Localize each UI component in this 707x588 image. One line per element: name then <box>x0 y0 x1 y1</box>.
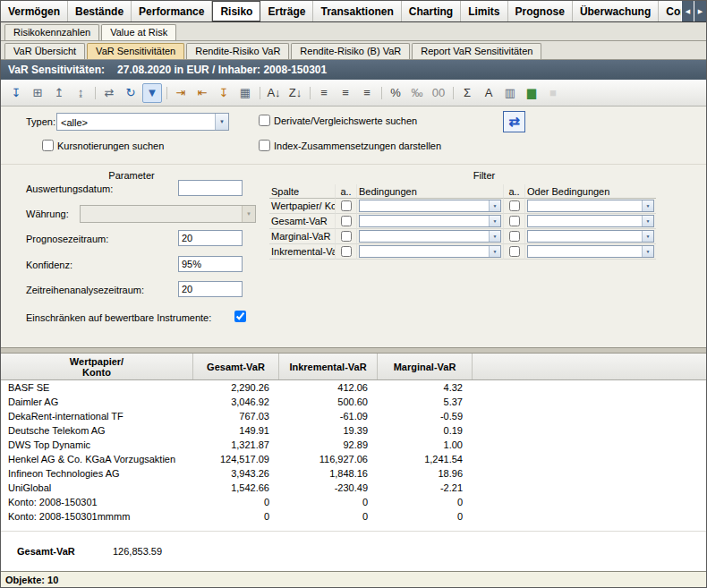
index-checkbox-input[interactable] <box>259 140 270 151</box>
column-header-marginal-var[interactable]: Marginal-VaR <box>378 354 473 379</box>
marginal-var-cell: 0 <box>378 509 473 524</box>
swap-columns-icon[interactable]: ⇄ <box>99 83 119 103</box>
fit-window-icon[interactable]: ⊞ <box>28 83 47 103</box>
tab-scroll-left-button[interactable]: ◀ <box>681 1 694 21</box>
align-left-icon[interactable]: ≡ <box>314 83 334 103</box>
oder-bedingungen-select[interactable]: ▼ <box>527 215 654 227</box>
oder-bedingungen-select[interactable]: ▼ <box>527 245 654 258</box>
expand-rows-icon[interactable]: ↨ <box>71 83 90 103</box>
var-tab[interactable]: VaR Sensitivitäten <box>87 43 184 59</box>
column-header-inkremental-var[interactable]: Inkremental-VaR <box>279 354 378 379</box>
gesamt-var-cell: 767.03 <box>193 409 279 423</box>
filter-and-checkbox[interactable] <box>341 200 352 211</box>
var-tab[interactable]: VaR Übersicht <box>4 43 85 59</box>
sync-button[interactable]: ⇄ <box>503 111 525 132</box>
table-row[interactable]: DWS Top Dynamic 1,321.87 92.89 1.00 <box>1 438 706 452</box>
bedingungen-select[interactable]: ▼ <box>359 245 501 258</box>
sort-descending-icon[interactable]: Z↓ <box>285 83 305 103</box>
main-tab[interactable]: Performance <box>132 1 212 21</box>
sub-tab[interactable]: Risikokennzahlen <box>4 24 99 40</box>
export-up-icon[interactable]: ↥ <box>49 83 69 103</box>
main-tab[interactable]: Compliance <box>659 1 681 21</box>
tab-scroll-right-button[interactable]: ▶ <box>694 1 706 21</box>
filter-or-checkbox[interactable] <box>509 246 520 257</box>
zeitreihenanalysezeitraum-input[interactable] <box>178 281 243 297</box>
main-tab[interactable]: Bestände <box>68 1 132 21</box>
font-icon[interactable]: A <box>479 83 498 103</box>
main-tab[interactable]: Charting <box>402 1 461 21</box>
main-tab[interactable]: Limits <box>461 1 507 21</box>
jump-last-icon[interactable]: ⇥ <box>171 83 191 103</box>
column-header-gesamt-var[interactable]: Gesamt-VaR <box>193 354 279 379</box>
aggregate-down-icon[interactable]: ↧ <box>214 83 234 103</box>
table-row[interactable]: UniGlobal 1,542.66 -230.49 -2.21 <box>1 481 706 495</box>
filter-or-checkbox[interactable] <box>509 216 520 226</box>
table-row[interactable]: Henkel AG & Co. KGaA Vorzugsaktien 124,5… <box>1 452 706 466</box>
table-row[interactable]: Deutsche Telekom AG 149.91 19.39 0.19 <box>1 423 706 438</box>
jump-first-icon[interactable]: ⇤ <box>192 83 212 103</box>
gesamt-var-cell: 3,046.92 <box>193 395 279 409</box>
inkremental-var-cell: 1,848.16 <box>279 466 378 481</box>
filter-or-checkbox[interactable] <box>509 231 520 242</box>
align-center-icon[interactable]: ≡ <box>336 83 355 103</box>
sync-icon: ⇄ <box>508 114 520 130</box>
sub-tab[interactable]: Value at Risk <box>101 24 176 40</box>
refresh-icon[interactable]: ↻ <box>121 83 141 103</box>
toolbar: ↧ ⊞ ↥ ↨ ⇄ ↻ ▼ ⇥ ⇤ ↧ ▦ A↓ Z↓ ≡ ≡ ≡ <box>1 80 706 107</box>
einschraenken-checkbox[interactable] <box>234 311 246 322</box>
main-tab[interactable]: Transaktionen <box>313 1 401 21</box>
kursnotierungen-checkbox-input[interactable] <box>42 140 54 151</box>
oder-bedingungen-select[interactable]: ▼ <box>527 230 654 243</box>
var-tab[interactable]: Rendite-Risiko (B) VaR <box>291 43 410 59</box>
prognosezeitraum-input[interactable] <box>178 230 243 246</box>
sort-ascending-icon[interactable]: A↓ <box>264 83 284 103</box>
derivate-checkbox[interactable]: Derivate/Vergleichswerte suchen <box>259 115 417 126</box>
main-tab[interactable]: Risiko <box>212 1 260 21</box>
stop-icon[interactable]: ■ <box>543 83 563 103</box>
percent-icon[interactable]: % <box>386 83 405 103</box>
table-row[interactable]: Konto: 2008-150301mmmm 0 0 0 <box>1 509 706 524</box>
typen-select[interactable]: <alle> ▼ <box>56 113 229 131</box>
filter-and-checkbox[interactable] <box>341 246 352 257</box>
table-row[interactable]: Infineon Technologies AG 3,943.26 1,848.… <box>1 466 706 481</box>
decimal-places-icon[interactable]: 00 <box>429 83 448 103</box>
auswertungsdatum-input[interactable] <box>178 180 243 196</box>
filter-and-checkbox[interactable] <box>341 216 352 226</box>
waehrung-select[interactable]: ▼ <box>80 205 256 223</box>
filter-col-bedingungen: Bedingungen <box>357 184 504 199</box>
column-header-wertpapier-konto[interactable]: Wertpapier/ Konto <box>1 354 193 379</box>
kursnotierungen-checkbox[interactable]: Kursnotierungen suchen <box>42 140 164 151</box>
filter-or-checkbox[interactable] <box>509 200 520 211</box>
index-zusammensetzungen-checkbox[interactable]: Index-Zusammensetzungen darstellen <box>259 140 441 151</box>
filter-icon[interactable]: ▼ <box>142 83 162 103</box>
grid-icon[interactable]: ▦ <box>235 83 255 103</box>
table-row[interactable]: DekaRent-international TF 767.03 -61.09 … <box>1 409 706 423</box>
main-tab[interactable]: Überwachung <box>573 1 659 21</box>
main-tab[interactable]: Erträge <box>260 1 313 21</box>
table-row[interactable]: BASF SE 2,290.26 412.06 4.32 <box>1 380 706 395</box>
main-tab[interactable]: Vermögen <box>1 1 68 21</box>
column-width-icon[interactable]: ▥ <box>500 83 520 103</box>
derivate-checkbox-input[interactable] <box>259 115 270 126</box>
bedingungen-select[interactable]: ▼ <box>359 200 501 212</box>
main-tab[interactable]: Prognose <box>508 1 573 21</box>
export-table-icon[interactable]: ↧ <box>6 83 26 103</box>
table-row[interactable]: Daimler AG 3,046.92 500.60 5.37 <box>1 395 706 409</box>
permille-icon[interactable]: ‰ <box>407 83 427 103</box>
object-count: Objekte: 10 <box>5 575 58 585</box>
oder-bedingungen-select[interactable]: ▼ <box>527 200 654 212</box>
filter-and-checkbox[interactable] <box>341 231 352 242</box>
table-row[interactable]: Konto: 2008-150301 0 0 0 <box>1 495 706 509</box>
sum-icon[interactable]: Σ <box>457 83 477 103</box>
chart-icon[interactable]: ▆ <box>522 83 541 103</box>
bedingungen-select[interactable]: ▼ <box>359 215 501 227</box>
konfidenz-input[interactable] <box>178 256 243 272</box>
horizontal-splitter[interactable] <box>1 347 706 354</box>
search-options-panel: Typen: <alle> ▼ Derivate/Vergleichswerte… <box>1 107 706 164</box>
inkremental-var-cell: 412.06 <box>279 380 378 395</box>
var-tab[interactable]: Rendite-Risiko VaR <box>186 43 289 59</box>
align-right-icon[interactable]: ≡ <box>357 83 377 103</box>
var-tab[interactable]: Report VaR Sensitivitäten <box>412 43 541 59</box>
results-table-header: Wertpapier/ Konto Gesamt-VaR Inkremental… <box>1 354 706 380</box>
bedingungen-select[interactable]: ▼ <box>359 230 501 243</box>
